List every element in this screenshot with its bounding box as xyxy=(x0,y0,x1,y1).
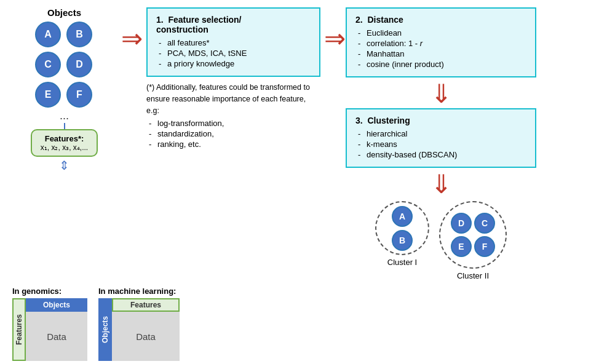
step2-title: 2. Distance xyxy=(355,15,526,25)
ml-section: In machine learning: Objects Features Da… xyxy=(98,287,180,361)
cluster1-group: A B Cluster I xyxy=(375,201,429,280)
note-item2: -standardization, xyxy=(149,129,320,138)
object-f: F xyxy=(66,82,92,108)
object-e: E xyxy=(35,82,61,108)
object-d: D xyxy=(66,52,92,77)
ml-features-horiz: Features xyxy=(112,298,180,312)
genomics-features-vert: Features xyxy=(12,298,26,361)
step2-box: 2. Distance -Euclidean -correlation: 1 -… xyxy=(346,7,536,77)
step3-item2: -k-means xyxy=(358,140,526,149)
cluster2-grid: D C E F xyxy=(451,213,495,257)
step2-item3: -Manhattan xyxy=(358,49,526,58)
dots: ... xyxy=(60,109,69,122)
arrow3-icon: ⇓ xyxy=(430,80,452,108)
clusters-section: A B Cluster I D C E F Clu xyxy=(346,201,536,280)
object-a: A xyxy=(35,22,61,47)
step1-list: -all features* -PCA, MDS, ICA, tSNE -a p… xyxy=(156,38,311,68)
step1-item2: -PCA, MDS, ICA, tSNE xyxy=(159,49,311,58)
step1-heading: Feature selection/construction xyxy=(156,15,242,34)
double-arrow-icon: ⇕ xyxy=(59,158,69,173)
step3-item3: -density-based (DBSCAN) xyxy=(358,150,526,159)
genomics-right: Objects Data xyxy=(26,298,87,361)
ml-data: Data xyxy=(112,312,180,361)
step3-item1: -hierarchical xyxy=(358,129,526,138)
step3-list: -hierarchical -k-means -density-based (D… xyxy=(355,129,526,159)
objects-title: Objects xyxy=(47,7,81,18)
step1-box: 1. Feature selection/construction -all f… xyxy=(146,7,320,77)
note-item1: -log-transformation, xyxy=(149,119,320,128)
genomics-matrix: Features Objects Data xyxy=(12,298,87,361)
step1-number: 1. xyxy=(156,15,164,25)
ml-label: In machine learning: xyxy=(98,287,180,296)
cluster2-circle: D C E F xyxy=(439,201,507,269)
bottom-section: In genomics: Features Objects Data In ma… xyxy=(12,287,608,361)
note-item3: -ranking, etc. xyxy=(149,140,320,149)
step3-title: 3. Clustering xyxy=(355,116,526,125)
right-section: 2. Distance -Euclidean -correlation: 1 -… xyxy=(346,7,536,280)
cluster2-label: Cluster II xyxy=(457,271,489,280)
cluster2-group: D C E F Cluster II xyxy=(439,201,507,280)
note-list: -log-transformation, -standardization, -… xyxy=(146,119,320,150)
object-b: B xyxy=(66,22,92,47)
step3-box: 3. Clustering -hierarchical -k-means -de… xyxy=(346,108,536,168)
genomics-data: Data xyxy=(26,312,87,361)
step2-item1: -Euclidean xyxy=(358,28,526,38)
note-intro: (*) Additionally, features could be tran… xyxy=(146,82,320,116)
ml-right: Features Data xyxy=(112,298,180,361)
arrow1-icon: ⇒ xyxy=(121,7,143,52)
objects-section: Objects A B C D E F ... Features*: x₁, x… xyxy=(7,7,121,174)
step1-section: 1. Feature selection/construction -all f… xyxy=(143,7,324,150)
arrow4-icon: ⇓ xyxy=(430,170,452,199)
cluster1-circle: A B xyxy=(375,201,429,255)
cluster2-obj-c: C xyxy=(474,213,495,234)
arrow2-icon: ⇒ xyxy=(324,7,346,52)
step1-item3: -a priory knowledge xyxy=(159,59,311,68)
objects-grid: A B C D E F xyxy=(35,22,93,108)
genomics-objects-horiz: Objects xyxy=(26,298,87,312)
features-subtitle: x₁, x₂, x₃, x₄,... xyxy=(41,143,88,152)
step2-number: 2. xyxy=(355,15,363,25)
cluster1-label: Cluster I xyxy=(387,258,417,267)
ml-matrix: Objects Features Data xyxy=(98,298,180,361)
genomics-label: In genomics: xyxy=(12,287,87,296)
step3-heading: Clustering xyxy=(367,116,410,125)
step2-item2: -correlation: 1 - r xyxy=(358,39,526,48)
cluster2-obj-f: F xyxy=(474,236,495,257)
cluster1-obj-a: A xyxy=(392,206,413,227)
ml-objects-vert: Objects xyxy=(98,298,112,361)
cluster2-obj-d: D xyxy=(451,213,472,234)
step3-number: 3. xyxy=(355,116,363,125)
genomics-section: In genomics: Features Objects Data xyxy=(12,287,87,361)
cluster2-obj-e: E xyxy=(451,236,472,257)
step2-list: -Euclidean -correlation: 1 - r -Manhatta… xyxy=(355,28,526,69)
step1-item1: -all features* xyxy=(159,38,311,47)
step2-heading: Distance xyxy=(367,15,403,25)
object-c: C xyxy=(35,52,61,77)
step1-title: 1. Feature selection/construction xyxy=(156,15,311,34)
cluster1-obj-b: B xyxy=(392,230,413,251)
features-title: Features*: xyxy=(41,134,88,143)
features-box: Features*: x₁, x₂, x₃, x₄,... xyxy=(31,129,98,157)
step2-item4: -cosine (inner product) xyxy=(358,60,526,69)
